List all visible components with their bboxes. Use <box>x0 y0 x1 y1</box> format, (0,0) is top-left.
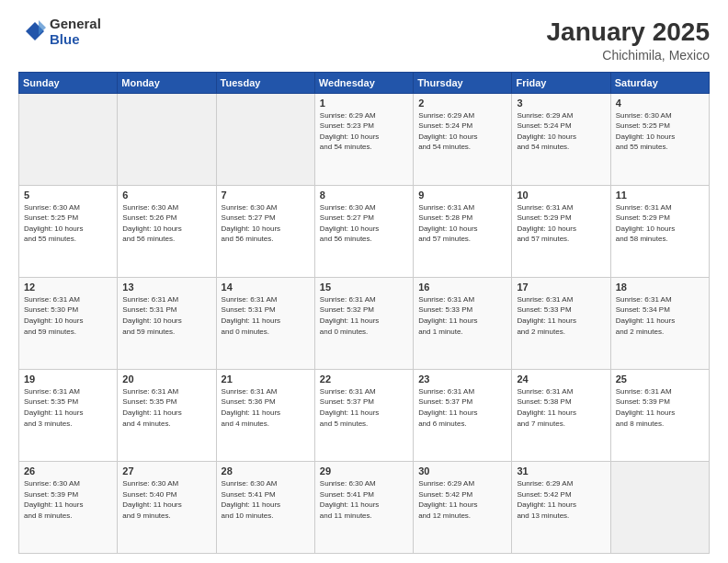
day-number: 24 <box>517 373 606 385</box>
day-number: 19 <box>24 373 113 385</box>
calendar-cell: 8Sunrise: 6:30 AM Sunset: 5:27 PM Daylig… <box>314 185 413 277</box>
day-number: 8 <box>320 190 409 201</box>
day-number: 2 <box>418 98 507 109</box>
day-info: Sunrise: 6:31 AM Sunset: 5:33 PM Dayligh… <box>418 294 507 337</box>
calendar-cell: 28Sunrise: 6:30 AM Sunset: 5:41 PM Dayli… <box>216 461 314 553</box>
day-number: 31 <box>517 465 606 477</box>
calendar-cell: 26Sunrise: 6:30 AM Sunset: 5:39 PM Dayli… <box>19 461 118 553</box>
day-info: Sunrise: 6:30 AM Sunset: 5:27 PM Dayligh… <box>320 202 409 245</box>
header: General Blue January 2025 Chichimila, Me… <box>18 17 710 63</box>
day-info: Sunrise: 6:30 AM Sunset: 5:41 PM Dayligh… <box>320 478 409 521</box>
day-info: Sunrise: 6:31 AM Sunset: 5:37 PM Dayligh… <box>418 386 507 429</box>
calendar-week-2: 5Sunrise: 6:30 AM Sunset: 5:25 PM Daylig… <box>19 185 710 277</box>
calendar-title: January 2025 <box>547 17 710 48</box>
calendar-cell: 5Sunrise: 6:30 AM Sunset: 5:25 PM Daylig… <box>19 185 118 277</box>
day-number: 20 <box>122 373 211 385</box>
day-info: Sunrise: 6:30 AM Sunset: 5:40 PM Dayligh… <box>122 478 211 521</box>
day-number: 10 <box>517 190 606 201</box>
day-number: 7 <box>222 190 311 201</box>
day-number: 15 <box>320 282 409 293</box>
calendar-week-4: 19Sunrise: 6:31 AM Sunset: 5:35 PM Dayli… <box>19 369 710 461</box>
calendar-cell: 31Sunrise: 6:29 AM Sunset: 5:42 PM Dayli… <box>512 461 610 553</box>
day-info: Sunrise: 6:31 AM Sunset: 5:29 PM Dayligh… <box>517 202 606 245</box>
day-info: Sunrise: 6:31 AM Sunset: 5:34 PM Dayligh… <box>616 294 705 337</box>
day-info: Sunrise: 6:31 AM Sunset: 5:30 PM Dayligh… <box>24 294 113 337</box>
day-number: 28 <box>222 465 311 477</box>
calendar-cell: 29Sunrise: 6:30 AM Sunset: 5:41 PM Dayli… <box>314 461 413 553</box>
calendar-cell: 3Sunrise: 6:29 AM Sunset: 5:24 PM Daylig… <box>512 93 610 185</box>
calendar-cell: 25Sunrise: 6:31 AM Sunset: 5:39 PM Dayli… <box>610 369 709 461</box>
calendar-cell: 30Sunrise: 6:29 AM Sunset: 5:42 PM Dayli… <box>414 461 512 553</box>
day-number: 25 <box>616 373 705 385</box>
calendar-cell: 24Sunrise: 6:31 AM Sunset: 5:38 PM Dayli… <box>512 369 610 461</box>
day-info: Sunrise: 6:29 AM Sunset: 5:24 PM Dayligh… <box>517 110 606 153</box>
logo-general-text: General <box>50 17 101 32</box>
calendar-table: Sunday Monday Tuesday Wednesday Thursday… <box>18 72 710 554</box>
calendar-cell: 9Sunrise: 6:31 AM Sunset: 5:28 PM Daylig… <box>414 185 512 277</box>
day-number: 1 <box>320 98 409 109</box>
calendar-body: 1Sunrise: 6:29 AM Sunset: 5:23 PM Daylig… <box>19 93 710 553</box>
day-number: 4 <box>616 98 705 109</box>
title-block: January 2025 Chichimila, Mexico <box>547 17 710 63</box>
calendar-cell: 22Sunrise: 6:31 AM Sunset: 5:37 PM Dayli… <box>314 369 413 461</box>
logo-text: General Blue <box>50 17 101 47</box>
calendar-cell: 4Sunrise: 6:30 AM Sunset: 5:25 PM Daylig… <box>610 93 709 185</box>
calendar-subtitle: Chichimila, Mexico <box>547 48 710 63</box>
calendar-cell: 16Sunrise: 6:31 AM Sunset: 5:33 PM Dayli… <box>414 277 512 369</box>
day-info: Sunrise: 6:31 AM Sunset: 5:35 PM Dayligh… <box>24 386 113 429</box>
day-info: Sunrise: 6:30 AM Sunset: 5:39 PM Dayligh… <box>24 478 113 521</box>
day-number: 9 <box>418 190 507 201</box>
day-number: 12 <box>24 282 113 293</box>
logo-blue-text: Blue <box>50 32 101 48</box>
calendar-cell: 20Sunrise: 6:31 AM Sunset: 5:35 PM Dayli… <box>118 369 216 461</box>
calendar-cell <box>118 93 216 185</box>
header-wednesday: Wednesday <box>314 72 413 93</box>
day-number: 27 <box>122 465 211 477</box>
day-info: Sunrise: 6:31 AM Sunset: 5:32 PM Dayligh… <box>320 294 409 337</box>
day-info: Sunrise: 6:30 AM Sunset: 5:41 PM Dayligh… <box>222 478 311 521</box>
day-number: 17 <box>517 282 606 293</box>
header-sunday: Sunday <box>19 72 118 93</box>
day-info: Sunrise: 6:30 AM Sunset: 5:25 PM Dayligh… <box>24 202 113 245</box>
calendar-cell: 13Sunrise: 6:31 AM Sunset: 5:31 PM Dayli… <box>118 277 216 369</box>
calendar-cell: 21Sunrise: 6:31 AM Sunset: 5:36 PM Dayli… <box>216 369 314 461</box>
day-number: 21 <box>222 373 311 385</box>
calendar-cell: 18Sunrise: 6:31 AM Sunset: 5:34 PM Dayli… <box>610 277 709 369</box>
day-info: Sunrise: 6:31 AM Sunset: 5:35 PM Dayligh… <box>122 386 211 429</box>
day-info: Sunrise: 6:30 AM Sunset: 5:25 PM Dayligh… <box>616 110 705 153</box>
day-info: Sunrise: 6:29 AM Sunset: 5:24 PM Dayligh… <box>418 110 507 153</box>
header-thursday: Thursday <box>414 72 512 93</box>
calendar-cell: 17Sunrise: 6:31 AM Sunset: 5:33 PM Dayli… <box>512 277 610 369</box>
calendar-cell: 23Sunrise: 6:31 AM Sunset: 5:37 PM Dayli… <box>414 369 512 461</box>
calendar-week-3: 12Sunrise: 6:31 AM Sunset: 5:30 PM Dayli… <box>19 277 710 369</box>
calendar-cell <box>19 93 118 185</box>
header-saturday: Saturday <box>610 72 709 93</box>
day-info: Sunrise: 6:31 AM Sunset: 5:33 PM Dayligh… <box>517 294 606 337</box>
day-info: Sunrise: 6:29 AM Sunset: 5:23 PM Dayligh… <box>320 110 409 153</box>
logo: General Blue <box>18 17 101 47</box>
calendar-cell: 7Sunrise: 6:30 AM Sunset: 5:27 PM Daylig… <box>216 185 314 277</box>
day-info: Sunrise: 6:30 AM Sunset: 5:27 PM Dayligh… <box>222 202 311 245</box>
day-number: 5 <box>24 190 113 201</box>
calendar-cell: 2Sunrise: 6:29 AM Sunset: 5:24 PM Daylig… <box>414 93 512 185</box>
day-info: Sunrise: 6:31 AM Sunset: 5:39 PM Dayligh… <box>616 386 705 429</box>
day-info: Sunrise: 6:31 AM Sunset: 5:28 PM Dayligh… <box>418 202 507 245</box>
calendar-cell <box>610 461 709 553</box>
day-number: 29 <box>320 465 409 477</box>
calendar-cell: 14Sunrise: 6:31 AM Sunset: 5:31 PM Dayli… <box>216 277 314 369</box>
logo-icon <box>18 18 46 46</box>
calendar-cell: 11Sunrise: 6:31 AM Sunset: 5:29 PM Dayli… <box>610 185 709 277</box>
day-number: 14 <box>222 282 311 293</box>
header-monday: Monday <box>118 72 216 93</box>
calendar-cell: 19Sunrise: 6:31 AM Sunset: 5:35 PM Dayli… <box>19 369 118 461</box>
day-number: 6 <box>122 190 211 201</box>
header-friday: Friday <box>512 72 610 93</box>
calendar-week-1: 1Sunrise: 6:29 AM Sunset: 5:23 PM Daylig… <box>19 93 710 185</box>
day-number: 13 <box>122 282 211 293</box>
day-info: Sunrise: 6:31 AM Sunset: 5:37 PM Dayligh… <box>320 386 409 429</box>
day-number: 30 <box>418 465 507 477</box>
weekday-header-row: Sunday Monday Tuesday Wednesday Thursday… <box>19 72 710 93</box>
day-number: 23 <box>418 373 507 385</box>
page: General Blue January 2025 Chichimila, Me… <box>0 0 728 563</box>
calendar-cell: 15Sunrise: 6:31 AM Sunset: 5:32 PM Dayli… <box>314 277 413 369</box>
